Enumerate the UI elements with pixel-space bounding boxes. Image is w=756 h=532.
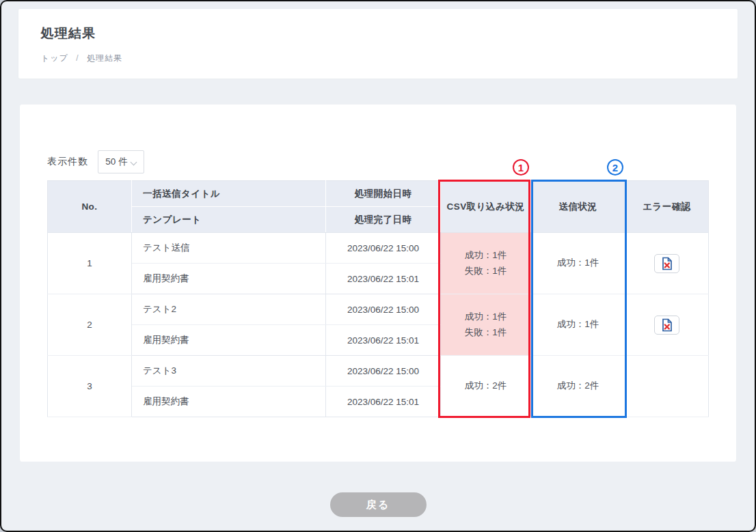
annotation-marker-1: 1 [513, 159, 529, 176]
breadcrumb: トップ / 処理結果 [41, 53, 715, 64]
app-window: 処理結果 トップ / 処理結果 表示件数 50 件 1 2 [0, 0, 756, 532]
page-title: 処理結果 [41, 25, 715, 42]
display-count-label: 表示件数 [47, 156, 88, 168]
csv-status-line2: 失敗：1件 [441, 325, 530, 341]
row-title: テスト2 [132, 294, 326, 325]
row-end-date: 2023/06/22 15:01 [326, 325, 441, 356]
row-end-date: 2023/06/22 15:01 [326, 387, 441, 417]
breadcrumb-home-link[interactable]: トップ [41, 53, 68, 63]
csv-status-line1: 成功：1件 [441, 248, 530, 264]
row-template: 雇用契約書 [132, 325, 326, 356]
page-size-select[interactable]: 50 件 [98, 150, 144, 173]
page-header-card: 処理結果 トップ / 処理結果 [18, 8, 738, 79]
error-file-button[interactable] [654, 254, 679, 273]
col-header-error: エラー確認 [625, 181, 709, 233]
col-header-title: 一括送信タイトル [132, 181, 326, 207]
row-title: テスト送信 [132, 233, 326, 264]
row-no: 2 [48, 294, 132, 356]
row-csv-status: 成功：1件 失敗：1件 [441, 294, 531, 356]
col-header-start: 処理開始日時 [326, 181, 441, 207]
row-csv-status: 成功：1件 失敗：1件 [441, 233, 531, 294]
row-title: テスト3 [132, 356, 326, 387]
col-header-no: No. [48, 181, 132, 233]
results-card: 表示件数 50 件 1 2 No. 一括送信タイトル 処理開始日時 [19, 104, 737, 462]
breadcrumb-separator: / [76, 53, 79, 63]
file-error-icon [661, 318, 673, 332]
col-header-end: 処理完了日時 [326, 207, 441, 233]
footer: 戻る [1, 492, 755, 517]
csv-status-line2: 失敗：1件 [441, 264, 530, 279]
table-row: 3 テスト3 2023/06/22 15:00 成功：2件 成功：2件 [48, 356, 709, 387]
row-end-date: 2023/06/22 15:01 [326, 264, 441, 294]
table-row: 1 テスト送信 2023/06/22 15:00 成功：1件 失敗：1件 成功：… [48, 233, 709, 264]
row-start-date: 2023/06/22 15:00 [326, 356, 441, 387]
file-error-icon [661, 257, 673, 270]
results-table: No. 一括送信タイトル 処理開始日時 CSV取り込み状況 送信状況 エラー確認… [47, 180, 709, 417]
results-table-zone: 1 2 No. 一括送信タイトル 処理開始日時 CSV取り込み状況 送信状況 エ… [47, 180, 708, 417]
row-template: 雇用契約書 [132, 264, 326, 294]
row-start-date: 2023/06/22 15:00 [326, 233, 441, 264]
page-size-value: 50 件 [105, 156, 127, 168]
error-file-button[interactable] [654, 316, 679, 335]
col-header-csv: CSV取り込み状況 [441, 181, 531, 233]
row-no: 1 [48, 233, 132, 294]
row-csv-status: 成功：2件 [441, 356, 531, 417]
back-button[interactable]: 戻る [330, 492, 427, 517]
row-send-status: 成功：1件 [531, 294, 625, 356]
row-error-cell [625, 294, 709, 356]
row-error-cell [625, 356, 709, 417]
row-send-status: 成功：2件 [531, 356, 625, 417]
col-header-send: 送信状況 [531, 181, 625, 233]
annotation-marker-2: 2 [607, 159, 623, 176]
row-start-date: 2023/06/22 15:00 [326, 294, 441, 325]
row-send-status: 成功：1件 [531, 233, 625, 294]
chevron-down-icon [131, 158, 137, 164]
row-error-cell [625, 233, 709, 294]
csv-status-line1: 成功：1件 [441, 309, 530, 325]
table-row: 2 テスト2 2023/06/22 15:00 成功：1件 失敗：1件 成功：1… [48, 294, 709, 325]
row-template: 雇用契約書 [132, 387, 326, 417]
row-no: 3 [48, 356, 132, 417]
col-header-template: テンプレート [132, 207, 326, 233]
csv-status-line1: 成功：2件 [441, 378, 530, 394]
breadcrumb-current: 処理結果 [87, 53, 122, 63]
